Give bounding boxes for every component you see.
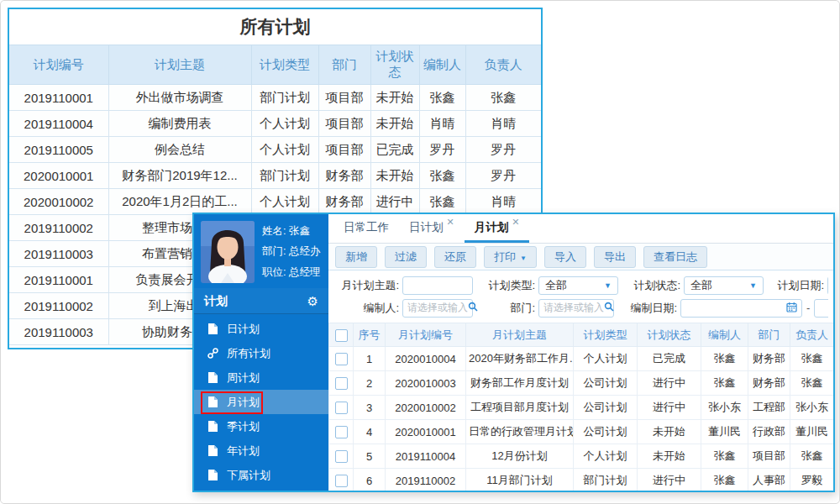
sidebar-item-label: 季计划 <box>227 419 260 434</box>
owner-link[interactable]: 张鑫 <box>790 347 834 371</box>
owner-link[interactable]: 罗毅 <box>790 469 834 491</box>
column-header-plan-status: 计划状态 <box>370 45 419 85</box>
create-date-start-input[interactable] <box>680 299 802 318</box>
owner-link[interactable]: 张小东 <box>790 396 834 420</box>
seq-cell: 1 <box>354 347 386 371</box>
owner-link[interactable]: 张鑫 <box>790 444 834 469</box>
code-link[interactable]: 2020010004 <box>386 347 466 371</box>
file-icon <box>207 396 218 407</box>
export-button[interactable]: 导出 <box>594 246 636 268</box>
sidebar-item-day-plan[interactable]: 日计划 <box>194 317 328 341</box>
filter-button[interactable]: 过滤 <box>385 246 427 268</box>
tab-month-plan[interactable]: 月计划✕ <box>465 214 530 243</box>
type-cell: 公司计划 <box>574 420 638 444</box>
owner-link[interactable]: 张鑫 <box>790 371 834 396</box>
status-cell: 未开始 <box>370 85 419 111</box>
owner-cell: 肖晴 <box>465 111 541 137</box>
calendar-icon[interactable] <box>786 302 797 315</box>
creator-link[interactable]: 张鑫 <box>701 371 748 396</box>
menu-header: 计划 ⚙ <box>194 288 328 314</box>
tab-day-plan[interactable]: 日计划✕ <box>399 214 465 243</box>
row-checkbox[interactable] <box>335 475 348 487</box>
create-date-end-input[interactable] <box>814 299 828 318</box>
owner-link[interactable]: 董川民 <box>790 420 834 444</box>
row-checkbox[interactable] <box>335 426 348 438</box>
type-filter-label: 计划类型: <box>485 278 535 293</box>
tab-daily-work[interactable]: 日常工作 <box>333 214 399 243</box>
type-filter-select[interactable]: 全部▼ <box>538 276 618 295</box>
code-link[interactable]: 2020010003 <box>386 371 466 396</box>
sidebar-item-subordinate-plan[interactable]: 下属计划 <box>194 463 328 487</box>
table-row[interactable]: 2019110005 例会总结 个人计划 项目部 已完成 罗丹 罗丹 <box>9 137 541 163</box>
table-row[interactable]: 2019110004 编制费用表 个人计划 项目部 未开始 肖晴 肖晴 <box>9 111 541 137</box>
table-row[interactable]: 2019110001 外出做市场调查 部门计划 项目部 未开始 张鑫 张鑫 <box>9 85 541 111</box>
subject-link[interactable]: 财务部工作月度计划 <box>466 371 574 396</box>
dept-cell: 财务部 <box>318 189 370 215</box>
table-row[interactable]: 5 2019110004 12月份计划 个人计划 未开始 张鑫 项目部 张鑫 <box>329 444 834 469</box>
subject-link[interactable]: 12月份计划 <box>466 444 574 469</box>
main-content: 日常工作 日计划✕ 月计划✕ 新增 过滤 还原 打印▼ 导入 导出 查看日志 <box>328 214 833 491</box>
seq-cell: 2 <box>354 371 386 396</box>
table-row[interactable]: 4 2020010001 日常的行政管理月计划 公司计划 未开始 董川民 行政部… <box>329 420 834 444</box>
sidebar-item-year-plan[interactable]: 年计划 <box>194 438 328 463</box>
print-button[interactable]: 打印▼ <box>484 246 537 268</box>
view-log-button[interactable]: 查看日志 <box>643 246 707 268</box>
seq-cell: 3 <box>354 396 386 420</box>
dept-cell: 财务部 <box>318 163 370 189</box>
sidebar-item-week-plan[interactable]: 周计划 <box>194 365 328 390</box>
add-button[interactable]: 新增 <box>335 246 377 268</box>
sidebar-item-quarter-plan[interactable]: 季计划 <box>194 414 328 438</box>
close-icon[interactable]: ✕ <box>512 217 519 227</box>
checkbox-cell <box>329 396 354 420</box>
reset-button[interactable]: 还原 <box>434 246 476 268</box>
creator-link[interactable]: 张小东 <box>701 396 748 420</box>
status-filter-select[interactable]: 全部▼ <box>684 276 764 295</box>
code-link[interactable]: 2020010002 <box>386 396 466 420</box>
table-row[interactable]: 2 2020010003 财务部工作月度计划 公司计划 进行中 张鑫 财务部 张… <box>329 371 834 396</box>
search-icon[interactable] <box>604 302 614 314</box>
dept-filter-input[interactable]: 请选择或输入 <box>538 299 614 318</box>
close-icon[interactable]: ✕ <box>447 217 454 227</box>
subject-link[interactable]: 11月部门计划 <box>466 469 574 491</box>
subject-link[interactable]: 日常的行政管理月计划 <box>466 420 574 444</box>
sidebar-item-month-plan[interactable]: 月计划 <box>194 390 328 414</box>
column-header-owner: 负责人 <box>465 45 541 85</box>
creator-link[interactable]: 张鑫 <box>701 347 748 371</box>
subject-link[interactable]: 2020年财务部工作月... <box>466 347 574 371</box>
plan-date-input[interactable] <box>827 276 828 295</box>
subject-filter-label: 月计划主题: <box>335 278 399 293</box>
table-row[interactable]: 3 2020010002 工程项目部月度计划 公司计划 进行中 张小东 工程部 … <box>329 396 834 420</box>
subject-link[interactable]: 工程项目部月度计划 <box>466 396 574 420</box>
plan-type-cell: 部门计划 <box>251 85 318 111</box>
code-link[interactable]: 2019110004 <box>386 444 466 469</box>
sidebar-item-label: 下属计划 <box>227 468 270 483</box>
creator-link[interactable]: 张鑫 <box>701 469 748 491</box>
code-link[interactable]: 2020010001 <box>386 420 466 444</box>
sidebar-item-all-plans[interactable]: 所有计划 <box>194 341 328 365</box>
column-header-code: 月计划编号 <box>386 323 466 347</box>
file-icon <box>207 421 218 432</box>
creator-link[interactable]: 张鑫 <box>701 444 748 469</box>
table-row[interactable]: 6 2019110002 11月部门计划 部门计划 进行中 张鑫 人事部 罗毅 <box>329 469 834 491</box>
import-button[interactable]: 导入 <box>544 246 586 268</box>
subject-filter-input[interactable] <box>402 276 473 295</box>
gear-icon[interactable]: ⚙ <box>307 295 318 307</box>
owner-cell: 罗丹 <box>465 137 541 163</box>
row-checkbox[interactable] <box>335 450 348 463</box>
creator-link[interactable]: 董川民 <box>701 420 748 444</box>
table-row[interactable]: 2020010001 财务部门2019年12... 部门计划 财务部 未开始 张… <box>9 163 541 189</box>
tab-label: 日计划 <box>409 221 444 234</box>
table-row[interactable]: 1 2020010004 2020年财务部工作月... 个人计划 已完成 张鑫 … <box>329 347 834 371</box>
row-checkbox[interactable] <box>335 353 348 365</box>
creator-filter-input[interactable]: 请选择或输入 <box>402 299 473 318</box>
row-checkbox[interactable] <box>335 377 348 390</box>
code-link[interactable]: 2019110002 <box>386 469 466 491</box>
row-checkbox[interactable] <box>335 402 348 414</box>
checkbox-cell <box>329 347 354 371</box>
table-row[interactable]: 2020010002 2020年1月2日的工... 个人计划 财务部 进行中 张… <box>9 189 541 215</box>
search-icon[interactable] <box>468 302 478 314</box>
plan-subject-cell: 外出做市场调查 <box>108 85 251 111</box>
plan-menu: 日计划 所有计划 周计划 <box>194 314 328 491</box>
select-all-checkbox[interactable] <box>335 329 348 342</box>
profile-text: 姓名: 张鑫 部门: 总经办 职位: 总经理 <box>262 221 320 283</box>
